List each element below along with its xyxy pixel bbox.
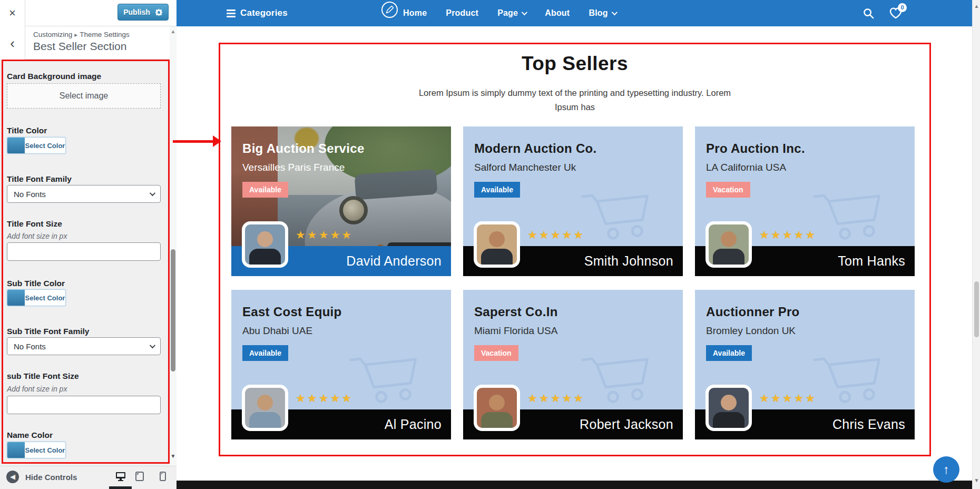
seller-location: Abu Dhabi UAE — [242, 325, 312, 337]
chevron-down-icon — [150, 190, 155, 196]
seller-title: Pro Auction Inc. — [706, 141, 805, 156]
cart-watermark-icon — [579, 182, 659, 248]
title-font-family-label: Title Font Family — [7, 174, 72, 184]
star-rating: ★★★★★ — [759, 229, 817, 241]
nav-item-about[interactable]: About — [545, 8, 570, 18]
star-rating: ★★★★★ — [527, 229, 585, 241]
preview-tablet-button[interactable] — [135, 472, 144, 481]
cart-watermark-icon — [811, 345, 890, 412]
sub-title-color-select-button[interactable]: Select Color — [25, 290, 65, 306]
name-color-control[interactable]: Select Color — [7, 442, 66, 458]
nav-item-page[interactable]: Page — [497, 8, 526, 18]
sub-title-color-control[interactable]: Select Color — [7, 289, 66, 306]
section-subtitle: Lorem Ipsum is simply dummy text of the … — [219, 86, 931, 114]
section-header: ‹ Customizing▸Theme Settings Best Seller… — [0, 26, 177, 60]
section-subtitle-line1: Lorem Ipsum is simply dummy text of the … — [219, 86, 931, 100]
publish-settings-gear-icon[interactable] — [155, 8, 163, 16]
site-footer-strip — [177, 481, 972, 489]
panel-scroll-down-icon[interactable]: ▼ — [170, 453, 177, 459]
title-font-size-input[interactable] — [7, 242, 161, 261]
page-scrollbar-thumb[interactable] — [974, 281, 979, 337]
search-icon — [863, 8, 874, 19]
star-rating: ★★★★★ — [296, 229, 353, 241]
customizer-panel: × Publish ‹ Customizing▸Theme Settings B… — [0, 0, 177, 489]
customizer-footer: ◀ Hide Controls — [0, 466, 177, 489]
nav-blog-label: Blog — [589, 8, 607, 18]
seller-card: East Cost Equip Abu Dhabi UAE Available … — [231, 290, 451, 439]
hide-controls-button[interactable]: ◀ Hide Controls — [6, 471, 77, 483]
title-color-select-button[interactable]: Select Color — [25, 138, 65, 153]
panel-scroll-up-icon[interactable]: ▲ — [170, 28, 177, 34]
availability-badge: Available — [474, 182, 520, 198]
seller-name: Robert Jackson — [580, 417, 673, 432]
seller-card: Pro Auction Inc. LA California USA Vacat… — [695, 126, 915, 276]
seller-card: Big Auction Service Versailles Paris Fra… — [231, 126, 451, 276]
seller-avatar — [705, 385, 752, 431]
cart-watermark-icon — [347, 345, 427, 412]
site-preview: Categories Home Product Page — [177, 0, 980, 489]
publish-button[interactable]: Publish — [117, 4, 169, 21]
nav-page-label: Page — [497, 8, 518, 18]
star-rating: ★★★★★ — [759, 392, 817, 405]
nav-product-label: Product — [446, 8, 478, 18]
seller-location: Bromley London UK — [706, 325, 796, 337]
title-color-control[interactable]: Select Color — [7, 137, 66, 154]
sub-title-font-size-input[interactable] — [7, 396, 161, 414]
page-scrollbar[interactable]: ▲ ▼ — [972, 0, 980, 489]
select-image-button[interactable]: Select image — [7, 83, 161, 109]
seller-name: Tom Hanks — [838, 253, 905, 269]
edit-menu-shortcut-button[interactable] — [381, 2, 398, 18]
close-customizer-button[interactable]: × — [0, 0, 25, 26]
nav-item-home[interactable]: Home — [403, 8, 427, 18]
customizer-header: × Publish — [0, 0, 177, 26]
seller-card: Auctionner Pro Bromley London UK Availab… — [695, 290, 915, 439]
sub-title-color-label: Sub Title Color — [7, 279, 65, 288]
collapse-arrow-icon: ◀ — [6, 471, 19, 483]
star-rating: ★★★★★ — [296, 392, 353, 405]
nav-about-label: About — [545, 8, 570, 18]
cart-watermark-icon — [811, 182, 890, 248]
wishlist-button[interactable]: 0 — [889, 7, 903, 19]
hamburger-icon — [227, 8, 236, 19]
nav-menu: Home Product Page About Blog — [403, 0, 616, 26]
categories-label: Categories — [240, 8, 288, 18]
seller-avatar — [242, 221, 288, 268]
title-font-family-select[interactable]: No Fonts — [7, 185, 161, 203]
hide-controls-label: Hide Controls — [25, 473, 77, 482]
title-font-size-label: Title Font Size — [7, 219, 62, 229]
chevron-down-icon — [611, 9, 617, 15]
title-color-swatch[interactable] — [7, 138, 25, 153]
back-button[interactable]: ‹ — [0, 26, 25, 60]
seller-avatar — [705, 221, 752, 268]
seller-name: Al Pacino — [385, 417, 442, 432]
customizer-screen: × Publish ‹ Customizing▸Theme Settings B… — [0, 0, 980, 489]
name-color-swatch[interactable] — [7, 442, 25, 458]
sub-title-font-size-label: sub Title Font Size — [7, 371, 79, 381]
name-color-label: Name Color — [7, 431, 53, 440]
seller-location: Versailles Paris France — [242, 162, 345, 173]
panel-scrollbar-thumb[interactable] — [171, 249, 175, 371]
preview-mobile-button[interactable] — [160, 472, 166, 481]
seller-avatar — [474, 221, 520, 268]
seller-card: Modern Auction Co. Salford Manchester Uk… — [463, 126, 683, 276]
categories-menu-button[interactable]: Categories — [227, 0, 288, 26]
panel-scrollbar[interactable] — [170, 26, 177, 466]
sub-title-color-swatch[interactable] — [7, 290, 25, 306]
sub-title-font-family-select[interactable]: No Fonts — [7, 337, 161, 355]
panel-title: Best Seller Section — [33, 40, 126, 53]
page-scroll-up-icon[interactable]: ▲ — [973, 3, 980, 9]
nav-item-product[interactable]: Product — [446, 8, 478, 18]
section-title: Top Sellers — [219, 53, 931, 75]
seller-title: East Cost Equip — [242, 305, 342, 319]
seller-avatar — [242, 385, 288, 431]
search-button[interactable] — [863, 8, 874, 19]
seller-title: Modern Auction Co. — [474, 141, 597, 156]
seller-card: Saperst Co.In Miami Florida USA Vacation… — [463, 290, 683, 439]
name-color-select-button[interactable]: Select Color — [25, 442, 65, 458]
preview-desktop-button[interactable] — [115, 472, 126, 481]
seller-location: LA California USA — [706, 162, 786, 173]
scroll-to-top-button[interactable]: ↑ — [933, 456, 959, 483]
breadcrumb-section: Theme Settings — [80, 31, 130, 38]
nav-item-blog[interactable]: Blog — [589, 8, 615, 18]
page-scroll-down-icon[interactable]: ▼ — [973, 477, 980, 483]
